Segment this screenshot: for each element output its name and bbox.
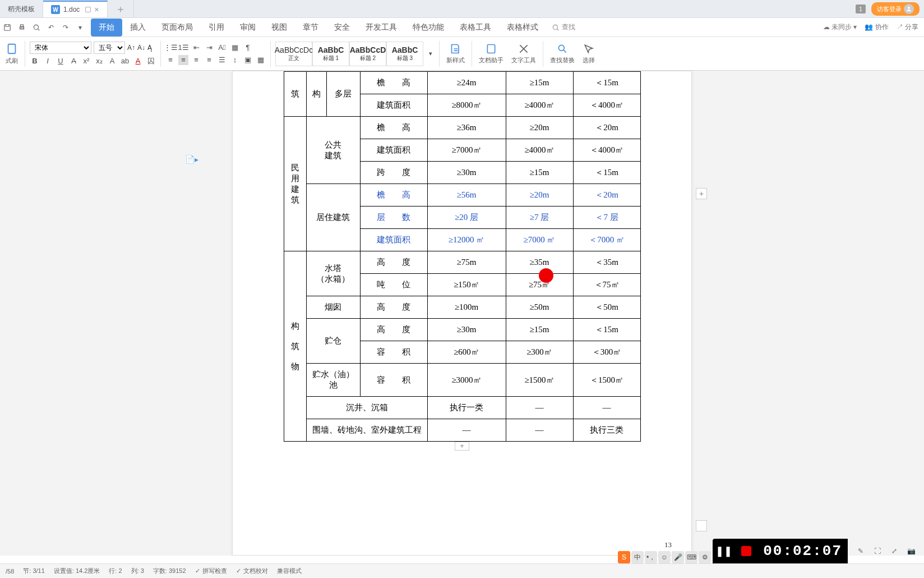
grow-font-icon[interactable]: A↑ <box>127 44 135 52</box>
tab-devtools[interactable]: 开发工具 <box>358 19 405 36</box>
ime-lang-icon[interactable]: 中 <box>631 551 644 563</box>
expand-table-icon[interactable] <box>696 520 707 531</box>
highlight-icon[interactable]: ab <box>120 56 130 66</box>
add-column-button[interactable]: + <box>696 188 707 199</box>
stop-button[interactable] <box>735 539 757 563</box>
add-row-button[interactable]: + <box>455 442 469 451</box>
style-normal[interactable]: AaBbCcDc正文 <box>275 42 312 66</box>
superscript-icon[interactable]: x² <box>81 56 91 66</box>
cell-cat: 构筑物 <box>284 251 306 442</box>
tab-template[interactable]: 稻壳模板 <box>0 1 43 17</box>
ime-settings-icon[interactable]: ⚙ <box>699 551 711 563</box>
undo-icon[interactable]: ↶ <box>46 22 56 33</box>
tab-label: 1.doc <box>63 6 80 13</box>
ime-logo-icon[interactable]: S <box>618 551 630 563</box>
align-justify-icon[interactable]: ≡ <box>204 55 214 65</box>
select-tool[interactable]: 选择 <box>580 43 597 65</box>
tab-menu-icon[interactable] <box>85 7 91 12</box>
tab-security[interactable]: 安全 <box>326 19 358 36</box>
annotate-icon[interactable]: ✎ <box>852 543 869 559</box>
align-left-icon[interactable]: ≡ <box>165 55 175 65</box>
font-size-select[interactable]: 五号 <box>94 42 125 54</box>
tab-review[interactable]: 审阅 <box>232 19 264 36</box>
tab-insert[interactable]: 插入 <box>122 19 154 36</box>
indent-inc-icon[interactable]: ⇥ <box>204 43 214 53</box>
close-icon[interactable]: × <box>94 5 99 14</box>
paste-icon[interactable] <box>6 43 18 55</box>
style-more[interactable]: ▾ <box>427 50 435 57</box>
notification-badge[interactable]: 1 <box>856 4 866 13</box>
tab-features[interactable]: 特色功能 <box>405 19 452 36</box>
proofread-button[interactable]: ✓ 文档校对 <box>236 567 268 575</box>
collab-button[interactable]: 👥 协作 <box>865 22 888 32</box>
ime-keyboard-icon[interactable]: ⌨ <box>685 551 697 563</box>
text-tool[interactable]: 文字工具 <box>509 43 538 65</box>
tab-tablestyle[interactable]: 表格样式 <box>499 19 546 36</box>
marks-icon[interactable]: ¶ <box>243 43 253 53</box>
ime-punct-icon[interactable]: •， <box>645 551 657 563</box>
document-area[interactable]: 📄▸ + 筑 构 多层 檐 高 ≥24m ≥15m ＜15m 建筑面积 ≥800… <box>0 71 924 556</box>
number-list-icon[interactable]: 1☰ <box>178 43 188 53</box>
indent-dec-icon[interactable]: ⇤ <box>191 43 201 53</box>
share-button[interactable]: ↗ 分享 <box>897 22 918 32</box>
data-table[interactable]: 筑 构 多层 檐 高 ≥24m ≥15m ＜15m 建筑面积 ≥8000㎡ ≥4… <box>284 71 641 442</box>
borders-icon[interactable]: ▦ <box>256 55 266 65</box>
tab-reference[interactable]: 引用 <box>201 19 232 36</box>
save-icon[interactable] <box>2 22 12 33</box>
ime-toolbar[interactable]: S 中 •， ☺ 🎤 ⌨ ⚙ <box>618 551 711 563</box>
line-spacing-icon[interactable]: ↕ <box>230 55 240 65</box>
style-gallery[interactable]: AaBbCcDc正文 AaBbC标题 1 AaBbCcD标题 2 AaBbC标题… <box>275 42 423 66</box>
subscript-icon[interactable]: x₂ <box>94 56 104 66</box>
font-name-select[interactable]: 宋体 <box>30 42 91 54</box>
tab-home[interactable]: 开始 <box>91 19 122 36</box>
underline-icon[interactable]: U <box>56 56 66 66</box>
sync-status[interactable]: ☁ 未同步 ▾ <box>823 22 857 32</box>
find-replace[interactable]: 查找替换 <box>548 43 577 65</box>
preview-icon[interactable] <box>31 22 41 33</box>
distribute-icon[interactable]: ☰ <box>217 55 227 65</box>
section-indicator[interactable]: 节: 3/11 <box>23 567 45 575</box>
new-style[interactable]: 新样式 <box>444 43 467 65</box>
camera-icon[interactable]: 📷 <box>903 543 920 559</box>
minimize-icon[interactable]: ⤢ <box>886 543 903 559</box>
tab-layout[interactable]: 页面布局 <box>154 19 201 36</box>
strike-icon[interactable]: A̶ <box>68 56 78 66</box>
font-effect-icon[interactable]: A <box>107 56 117 66</box>
font-color-icon[interactable]: A <box>133 56 143 66</box>
bold-icon[interactable]: B <box>30 56 40 66</box>
fullscreen-icon[interactable]: ⛶ <box>869 543 886 559</box>
tab-document[interactable]: W 1.doc × <box>43 1 108 17</box>
search-box[interactable]: 查找 <box>552 22 575 32</box>
tab-chapter[interactable]: 章节 <box>295 19 326 36</box>
bullet-list-icon[interactable]: ⋮☰ <box>165 43 175 53</box>
svg-point-0 <box>908 7 910 9</box>
char-border-icon[interactable]: 囚 <box>146 56 156 66</box>
style-h3[interactable]: AaBbC标题 3 <box>386 42 423 66</box>
login-button[interactable]: 访客登录 <box>871 2 920 16</box>
style-h2[interactable]: AaBbCcD标题 2 <box>349 42 386 66</box>
word-count[interactable]: 字数: 39152 <box>153 567 186 575</box>
pause-button[interactable]: ❚❚ <box>713 539 735 563</box>
redo-icon[interactable]: ↷ <box>61 22 71 33</box>
char-shading-icon[interactable]: ▦ <box>230 43 240 53</box>
ime-voice-icon[interactable]: 🎤 <box>672 551 684 563</box>
tab-tabletools[interactable]: 表格工具 <box>452 19 499 36</box>
shading-icon[interactable]: ▣ <box>243 55 253 65</box>
italic-icon[interactable]: I <box>43 56 53 66</box>
tab-view[interactable]: 视图 <box>264 19 295 36</box>
new-tab-button[interactable]: ＋ <box>108 1 134 17</box>
recording-time: 00:02:07 <box>757 539 848 563</box>
page-indicator[interactable]: /58 <box>6 568 14 575</box>
style-h1[interactable]: AaBbC标题 1 <box>312 42 349 66</box>
clear-format-icon[interactable]: Ą <box>147 44 152 52</box>
print-icon[interactable] <box>17 22 27 33</box>
dropdown-icon[interactable]: ▾ <box>75 22 85 33</box>
shrink-font-icon[interactable]: A↓ <box>137 44 145 52</box>
table-row: 沉井、沉箱 执行一类 — — <box>284 397 640 419</box>
spellcheck-button[interactable]: ✓ 拼写检查 <box>195 567 227 575</box>
ime-emoji-icon[interactable]: ☺ <box>658 551 671 563</box>
doc-assistant[interactable]: 文档助手 <box>477 43 506 65</box>
align-center-icon[interactable]: ≡ <box>178 55 188 65</box>
align-right-icon[interactable]: ≡ <box>191 55 201 65</box>
phonetic-icon[interactable]: Aͣ <box>217 43 227 53</box>
